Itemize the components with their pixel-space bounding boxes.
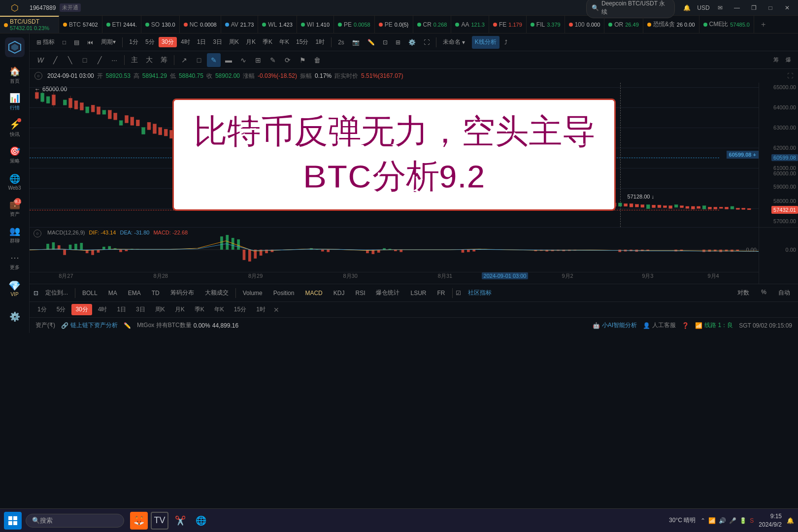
question-btn[interactable]: ❓ (682, 322, 689, 329)
chips-btn[interactable]: 筹码分布 (166, 288, 198, 298)
bigvol-btn[interactable]: 大额成交 (201, 288, 233, 298)
app-firefox[interactable]: 🦊 (130, 512, 148, 530)
tab-cme[interactable]: CME比 57485.0 (699, 16, 754, 33)
tab-btcusdt[interactable]: BTC/USDT 57432.01 0.23% (0, 16, 59, 33)
sidebar-item-home[interactable]: 🏠 首页 (2, 63, 27, 88)
period-4h[interactable]: 4时 (178, 37, 193, 47)
chart-type-explosion[interactable]: 爆 (783, 53, 794, 67)
period-tab-qk[interactable]: 季K (191, 304, 208, 315)
period-tab-4h[interactable]: 4时 (94, 304, 111, 315)
template-name[interactable]: 未命名▾ (440, 36, 468, 49)
td-btn[interactable]: TD (148, 289, 164, 298)
percent-btn[interactable]: % (757, 288, 770, 298)
restore-button[interactable]: ❐ (747, 2, 761, 13)
position-btn[interactable]: Position (269, 289, 299, 298)
draw-chips-label[interactable]: 筹 (157, 53, 171, 67)
draw-more[interactable]: ··· (107, 53, 121, 67)
draw-diagonal[interactable]: ╱ (93, 53, 106, 67)
sidebar-item-web3[interactable]: 🌐 Web3 (2, 169, 27, 194)
period-15m[interactable]: 15分 (293, 37, 311, 47)
period-1m[interactable]: 1分 (126, 37, 141, 47)
draw-wave[interactable]: W (33, 53, 47, 67)
draw-big-label[interactable]: 大 (142, 53, 156, 67)
taskbar-mic-icon[interactable]: 🎤 (729, 517, 736, 524)
period-mk[interactable]: 月K (243, 37, 259, 47)
period-tab-1h[interactable]: 1时 (252, 304, 269, 315)
period-tab-30m[interactable]: 30分 (71, 304, 92, 315)
maximize-button[interactable]: □ (764, 2, 777, 13)
collapse-ohlc[interactable]: ○ (34, 72, 42, 80)
chart-canvas[interactable]: ← 65000.00 (30, 83, 759, 284)
share-btn[interactable]: ⤴ (501, 36, 510, 49)
mail-button[interactable]: ✉ (713, 2, 727, 13)
taskbar-clock[interactable]: 9:15 2024/9/2 (759, 512, 782, 529)
add-tab-button[interactable]: + (756, 20, 770, 29)
period-tab-close[interactable]: ✕ (273, 306, 279, 314)
layout-tb1[interactable]: □ (60, 36, 69, 49)
notification-bell-icon[interactable]: 🔔 (787, 517, 794, 524)
customer-service-btn[interactable]: 👤 人工客服 (643, 321, 676, 330)
locate-button[interactable]: 定位到... (41, 288, 72, 298)
tab-wi[interactable]: WI 1.410 (297, 16, 334, 33)
community-indicators-btn[interactable]: 社区指标 (464, 288, 496, 298)
period-tab-3d[interactable]: 3日 (132, 304, 149, 315)
tab-100[interactable]: 100 0.000 (565, 16, 605, 33)
lsur-btn[interactable]: LSUR (406, 289, 430, 298)
boll-btn[interactable]: BOLL (78, 289, 101, 298)
frame-btn[interactable]: ⊡ (380, 36, 391, 49)
tab-cr[interactable]: CR 0.268 (413, 16, 452, 33)
taskbar-speaker-icon[interactable]: 🔊 (719, 517, 726, 524)
period-tab-mk[interactable]: 月K (171, 304, 189, 315)
auto-btn[interactable]: 自动 (774, 288, 794, 298)
sidebar-item-strategy[interactable]: 🎯 策略 (2, 143, 27, 167)
bell-button[interactable]: 🔔 (680, 2, 694, 13)
period-tab-wk[interactable]: 周K (151, 304, 169, 315)
draw-flag[interactable]: ⚑ (296, 53, 309, 67)
period-3d[interactable]: 3日 (210, 37, 225, 47)
liquidation-btn[interactable]: 爆仓统计 (372, 288, 403, 298)
tab-or[interactable]: OR 26.49 (604, 16, 643, 33)
expand-chart-btn[interactable]: ⛶ (787, 72, 793, 79)
sidebar-vip[interactable]: 💎 VIP (2, 276, 27, 300)
period-5m[interactable]: 5分 (142, 37, 158, 47)
sidebar-item-assets[interactable]: 💼 链上 资产 (2, 196, 27, 221)
period-wk[interactable]: 周K (226, 37, 242, 47)
sidebar-item-groups[interactable]: 👥 群聊 (2, 223, 27, 247)
period-dropdown[interactable]: 周期▾ (98, 36, 119, 49)
chain-link-btn[interactable]: 🔗 链上链下资产分析 (61, 321, 118, 330)
app-jianyingpro[interactable]: ✂️ (171, 512, 189, 530)
community-checkbox[interactable]: ☑ (456, 290, 461, 297)
close-button[interactable]: ✕ (780, 2, 794, 13)
taskbar-search[interactable]: 🔍 搜索 (26, 514, 124, 528)
taskbar-wifi-icon[interactable]: 📶 (708, 517, 716, 524)
draw-grid[interactable]: ⊞ (251, 53, 265, 67)
sidebar-item-news[interactable]: ⚡ 快讯 (2, 116, 27, 141)
chart-type-bar[interactable]: 筹 (770, 53, 782, 67)
tab-aa[interactable]: AA 121.3 (451, 16, 489, 33)
fr-btn[interactable]: FR (433, 289, 449, 298)
rsi-btn[interactable]: RSI (351, 289, 369, 298)
period-yk[interactable]: 年K (276, 37, 292, 47)
app-tradingview[interactable]: TV (151, 512, 168, 530)
taskbar-vpn-icon[interactable]: S (750, 517, 754, 524)
draw-wave2[interactable]: ∿ (236, 53, 250, 67)
period-tab-5m[interactable]: 5分 (53, 304, 70, 315)
screenshot-btn[interactable]: 📷 (349, 36, 363, 49)
volume-btn[interactable]: Volume (239, 289, 266, 298)
screen-btn[interactable]: ⊞ (393, 36, 403, 49)
tab-pe1[interactable]: PE 0.0058 (334, 16, 375, 33)
period-tab-yk[interactable]: 年K (210, 304, 228, 315)
draw-pen[interactable]: ✎ (207, 53, 221, 67)
layout-back[interactable]: ⏮ (84, 36, 96, 49)
sidebar-item-market[interactable]: 📊 行情 (2, 90, 27, 114)
period-tab-15m[interactable]: 15分 (230, 304, 250, 315)
pencil-btn[interactable]: ✏️ (365, 36, 378, 49)
app-browser[interactable]: 🌐 (192, 512, 210, 530)
ema-btn[interactable]: EMA (124, 289, 145, 298)
tab-wl[interactable]: WL 1.423 (258, 16, 297, 33)
tab-nc[interactable]: NC 0.0008 (180, 16, 221, 33)
draw-brush[interactable]: ✎ (266, 53, 280, 67)
draw-line[interactable]: ╱ (48, 53, 62, 67)
tab-btc[interactable]: BTC 57402 (59, 16, 102, 33)
tab-eti[interactable]: ETI 2444. (102, 16, 141, 33)
